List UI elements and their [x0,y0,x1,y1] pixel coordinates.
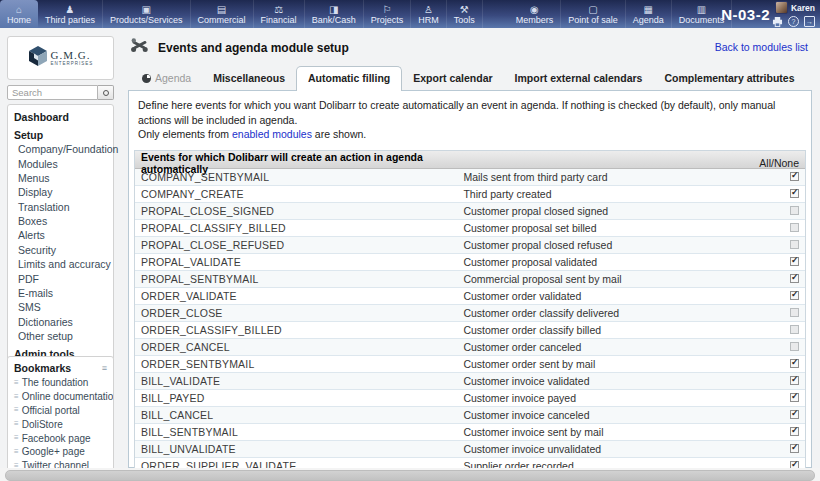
bookmarks-menu-icon[interactable]: ≡ [102,363,107,373]
event-checkbox-cell [790,273,799,285]
sidebar-item-emails[interactable]: E-mails [8,286,113,300]
menu-tools[interactable]: ⚒Tools [447,0,483,28]
bookmark-online-documentation[interactable]: ≡Online documentation [8,390,113,404]
search-button[interactable] [98,85,114,100]
tab-complementary-attributes[interactable]: Complementary attributes [653,67,805,90]
avatar[interactable] [775,1,788,14]
menu-hrm[interactable]: ♙HRM [411,0,447,28]
event-checkbox[interactable] [790,308,799,317]
bookmark-dolistore[interactable]: ≡DoliStore [8,417,113,431]
sidebar-item-modules[interactable]: Modules [8,156,113,170]
sidebar-item-dashboard[interactable]: Dashboard [8,109,113,124]
menu-label-commercial: Commercial [198,15,246,25]
bookmark-the-foundation[interactable]: ≡The foundation [8,376,113,390]
sidebar-item-alerts[interactable]: Alerts [8,228,113,242]
user-menu[interactable]: Karen [772,1,815,14]
menu-home[interactable]: ⌂Home [0,0,38,28]
hrm-icon: ♙ [424,4,433,15]
search-input[interactable] [7,85,98,100]
tab-label-miscellaneous: Miscellaneous [213,72,285,84]
event-checkbox[interactable] [790,410,799,419]
sidebar-item-setup[interactable]: Setup [8,127,113,142]
event-checkbox[interactable] [790,444,799,453]
point-of-sale-icon: ▢ [588,4,597,15]
event-checkbox[interactable] [790,376,799,385]
sidebar-item-sms[interactable]: SMS [8,300,113,314]
event-checkbox[interactable] [790,291,799,300]
printer-icon[interactable] [772,17,783,27]
tab-export-calendar[interactable]: Export calendar [402,67,503,90]
event-label: Customer propal closed refused [463,239,753,251]
sidebar-item-security[interactable]: Security [8,243,113,257]
event-checkbox[interactable] [790,359,799,368]
event-checkbox[interactable] [790,172,799,181]
logout-icon[interactable]: → [804,16,815,27]
sidebar-item-other-setup[interactable]: Other setup [8,329,113,343]
tab-agenda[interactable]: Agenda [131,67,202,90]
event-code: BILL_VALIDATE [141,375,463,387]
menu-commercial[interactable]: ▤Commercial [191,0,254,28]
table-row: PROPAL_CLOSE_REFUSEDCustomer propal clos… [135,237,805,254]
menu-products-services[interactable]: ▣Products/Services [103,0,191,28]
menu-point-of-sale[interactable]: ▢Point of sale [561,0,626,28]
event-label: Customer order classify billed [463,324,753,336]
event-checkbox[interactable] [790,257,799,266]
sidebar-menu: DashboardSetupCompany/FoundationModulesM… [7,104,114,385]
menu-agenda[interactable]: ▦Agenda [626,0,672,28]
bookmark-icon: ≡ [14,406,19,414]
event-checkbox[interactable] [790,342,799,351]
menu-third-parties[interactable]: ♟Third parties [38,0,103,28]
event-label: Third party created [463,188,753,200]
bookmark-official-portal[interactable]: ≡Official portal [8,404,113,418]
event-checkbox-cell [790,426,799,438]
menu-financial[interactable]: ⚖Financial [254,0,305,28]
projects-icon: ⚐ [382,4,391,15]
all-none-toggle[interactable]: All/None [759,157,799,169]
menu-projects[interactable]: ⚐Projects [364,0,412,28]
event-checkbox-cell [790,358,799,370]
sidebar-item-menus[interactable]: Menus [8,171,113,185]
tab-automatic-filling[interactable]: Automatic filling [296,66,402,91]
tools-icon: ⚒ [460,4,469,15]
menu-members[interactable]: ◉Members [509,0,562,28]
sidebar-item-boxes[interactable]: Boxes [8,214,113,228]
sidebar-item-company-foundation[interactable]: Company/Foundation [8,142,113,156]
bookmark-label: Google+ page [22,446,85,457]
bookmark-google-plus-page[interactable]: ≡Google+ page [8,445,113,459]
back-to-modules-link[interactable]: Back to modules list [715,41,808,53]
horizontal-scrollbar-thumb[interactable] [5,470,815,481]
menu-label-bank-cash: Bank/Cash [312,15,356,25]
event-checkbox-cell [790,375,799,387]
bookmark-facebook-page[interactable]: ≡Facebook page [8,431,113,445]
bookmarks-list: ≡The foundation≡Online documentation≡Off… [8,376,113,472]
sidebar-item-translation[interactable]: Translation [8,200,113,214]
notice-line2-prefix: Only elements from [138,128,232,140]
notice-text: Define here events for which you want Do… [129,91,811,146]
event-checkbox[interactable] [790,223,799,232]
tab-miscellaneous[interactable]: Miscellaneous [202,67,296,90]
event-checkbox[interactable] [790,325,799,334]
help-icon[interactable]: ? [788,16,799,27]
event-checkbox[interactable] [790,240,799,249]
enabled-modules-link[interactable]: enabled modules [232,128,312,140]
event-label: Customer proposal validated [463,256,753,268]
sidebar-item-display[interactable]: Display [8,185,113,199]
menu-label-products-services: Products/Services [110,15,183,25]
sidebar-item-dictionaries[interactable]: Dictionaries [8,315,113,329]
sidebar-item-pdf[interactable]: PDF [8,271,113,285]
event-checkbox[interactable] [790,393,799,402]
event-checkbox[interactable] [790,206,799,215]
event-label: Mails sent from third party card [463,171,753,183]
menu-bank-cash[interactable]: ◨Bank/Cash [305,0,364,28]
event-checkbox[interactable] [790,427,799,436]
event-checkbox[interactable] [790,189,799,198]
bank-cash-icon: ◨ [329,4,338,15]
event-label: Customer order canceled [463,341,753,353]
search-icon [103,90,109,96]
logo-text: G.M.G. ENTERPRISES [51,50,94,67]
table-row: BILL_SENTBYMAILCustomer invoice sent by … [135,424,805,441]
event-checkbox[interactable] [790,274,799,283]
event-code: PROPAL_SENTBYMAIL [141,273,463,285]
sidebar-item-limits-and-accuracy[interactable]: Limits and accuracy [8,257,113,271]
tab-import-external-calendars[interactable]: Import external calendars [504,67,654,90]
